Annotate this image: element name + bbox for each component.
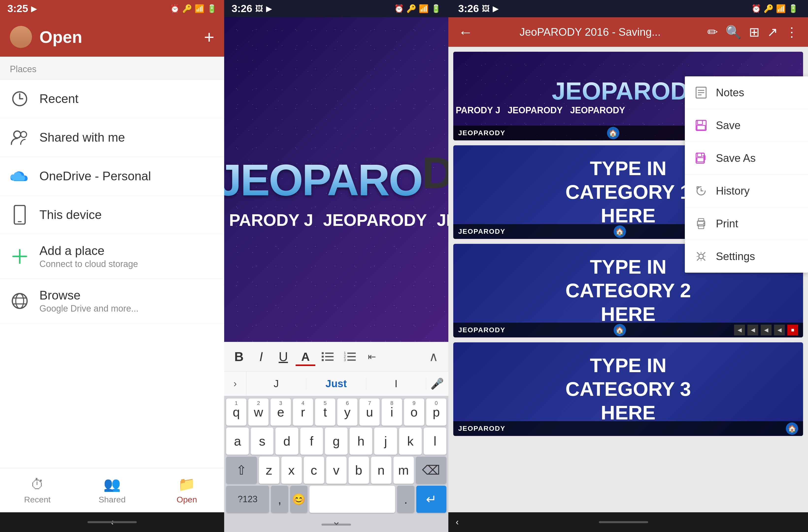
nav-shared-label: Shared bbox=[98, 495, 126, 505]
menu-item-save[interactable]: Save bbox=[685, 109, 808, 142]
nav-item-shared[interactable]: 👥 Shared bbox=[75, 476, 149, 505]
status-left-3: 3:26 🖼 ▶ bbox=[458, 3, 499, 15]
key-o[interactable]: 9o bbox=[404, 399, 424, 426]
key-x[interactable]: x bbox=[281, 457, 302, 484]
key-a[interactable]: a bbox=[226, 427, 249, 455]
key-y[interactable]: 6y bbox=[337, 399, 357, 426]
autocomplete-word-just[interactable]: Just bbox=[306, 378, 366, 390]
key-backspace[interactable]: ⌫ bbox=[416, 457, 447, 484]
key-numbers[interactable]: ?123 bbox=[226, 486, 269, 513]
play-icon: ▶ bbox=[31, 4, 37, 13]
key-i[interactable]: 8i bbox=[382, 399, 402, 426]
status-bar-3: 3:26 🖼 ▶ ⏰ 🔑 📶 🔋 bbox=[448, 0, 808, 17]
keyboard-collapse-icon[interactable]: ⌄ bbox=[332, 515, 341, 527]
menu-item-print[interactable]: Print bbox=[685, 207, 808, 240]
key-n[interactable]: n bbox=[371, 457, 391, 484]
nav-open-label: Open bbox=[177, 495, 197, 505]
autocomplete-word-i[interactable]: I bbox=[366, 378, 426, 390]
ctrl3-3: ◀ bbox=[761, 325, 772, 335]
indent-button[interactable]: ⇤ bbox=[362, 347, 382, 366]
menu-item-history[interactable]: History bbox=[685, 175, 808, 207]
key-w[interactable]: 2w bbox=[248, 399, 269, 426]
key-b[interactable]: b bbox=[349, 457, 369, 484]
key-q[interactable]: 1q bbox=[226, 399, 246, 426]
key-g[interactable]: g bbox=[325, 427, 348, 455]
plus-icon bbox=[11, 248, 28, 265]
share-button[interactable]: ↗ bbox=[767, 25, 778, 39]
key-s[interactable]: s bbox=[251, 427, 273, 455]
user-avatar[interactable] bbox=[10, 26, 32, 48]
sidebar-item-browse[interactable]: Browse Google Drive and more... bbox=[0, 279, 224, 324]
key-p[interactable]: 0p bbox=[426, 399, 446, 426]
slide-content: JEOPARO D PARODY J JEOPARODY JEOPARODY bbox=[224, 17, 448, 342]
more-button[interactable]: ⋮ bbox=[785, 25, 798, 39]
autocomplete-arrow[interactable]: › bbox=[224, 371, 246, 396]
nav-shared-icon: 👥 bbox=[104, 476, 121, 492]
onedrive-icon bbox=[10, 166, 30, 186]
key-f[interactable]: f bbox=[300, 427, 323, 455]
slides-list: JEOPARODY PARODY J JEOPARODY JEOPARODY J… bbox=[448, 47, 808, 512]
bold-button[interactable]: B bbox=[229, 347, 249, 366]
ctrl3-4: ◀ bbox=[774, 325, 785, 335]
nav-item-open[interactable]: 📁 Open bbox=[149, 476, 224, 505]
underline-button[interactable]: U bbox=[273, 347, 293, 366]
svg-rect-13 bbox=[322, 356, 324, 357]
ctrl3-2: ◀ bbox=[748, 325, 758, 335]
add-button[interactable]: + bbox=[204, 27, 214, 47]
device-text: This device bbox=[39, 208, 214, 222]
key-enter[interactable]: ↵ bbox=[416, 486, 446, 513]
slide-4-content: TYPE INCATEGORY 3HERE JEOPARODY 🏠 bbox=[453, 342, 803, 436]
history-label: History bbox=[716, 185, 750, 197]
menu-item-notes[interactable]: Notes bbox=[685, 76, 808, 109]
key-l[interactable]: l bbox=[424, 427, 446, 455]
page-title: Open bbox=[39, 27, 82, 47]
key-t[interactable]: 5t bbox=[315, 399, 335, 426]
keyboard-row-2: a s d f g h j k l bbox=[226, 427, 446, 455]
key-v[interactable]: v bbox=[326, 457, 347, 484]
font-color-button[interactable]: A bbox=[296, 347, 315, 366]
edit-button[interactable]: ✏ bbox=[707, 25, 718, 39]
key-m[interactable]: m bbox=[393, 457, 414, 484]
sidebar-item-onedrive[interactable]: OneDrive - Personal bbox=[0, 157, 224, 196]
key-d[interactable]: d bbox=[275, 427, 298, 455]
footer-logo-1: JEOPARODY bbox=[458, 129, 506, 137]
autocomplete-word-j[interactable]: J bbox=[246, 378, 306, 390]
slide-4-footer: JEOPARODY 🏠 bbox=[453, 421, 803, 436]
header-left: Open bbox=[10, 26, 82, 48]
svg-point-3 bbox=[14, 131, 21, 138]
present-button[interactable]: ⊞ bbox=[749, 25, 760, 39]
slide-thumbnail-4[interactable]: TYPE INCATEGORY 3HERE JEOPARODY 🏠 bbox=[453, 342, 803, 436]
keyboard-row-1: 1q 2w 3e 4r 5t 6y 7u 8i 9o 0p bbox=[226, 399, 446, 426]
key-emoji[interactable]: 😊 bbox=[290, 486, 308, 513]
sidebar-item-shared[interactable]: Shared with me bbox=[0, 118, 224, 157]
settings-label: Settings bbox=[716, 250, 755, 262]
key-shift[interactable]: ⇧ bbox=[226, 457, 257, 484]
expand-format-button[interactable]: ∧ bbox=[424, 347, 443, 366]
key-e[interactable]: 3e bbox=[271, 399, 291, 426]
search-button[interactable]: 🔍 bbox=[726, 25, 741, 40]
browse-sub: Google Drive and more... bbox=[39, 304, 214, 314]
key-h[interactable]: h bbox=[350, 427, 372, 455]
key-k[interactable]: k bbox=[399, 427, 422, 455]
key-j[interactable]: j bbox=[374, 427, 397, 455]
key-u[interactable]: 7u bbox=[360, 399, 380, 426]
key-space[interactable] bbox=[309, 486, 396, 513]
key-z[interactable]: z bbox=[259, 457, 279, 484]
numbered-list-button[interactable]: 1 2 3 bbox=[340, 347, 360, 366]
key-comma[interactable]: , bbox=[271, 486, 288, 513]
italic-button[interactable]: I bbox=[251, 347, 271, 366]
back-button-slides[interactable]: ← bbox=[458, 24, 473, 41]
back-btn-slides[interactable]: ‹ bbox=[456, 517, 459, 527]
key-period[interactable]: . bbox=[397, 486, 414, 513]
menu-item-saveas[interactable]: Save As bbox=[685, 142, 808, 175]
sidebar-item-device[interactable]: This device bbox=[0, 196, 224, 234]
slide-canvas[interactable]: JEOPARO D PARODY J JEOPARODY JEOPARODY bbox=[224, 17, 448, 342]
microphone-button[interactable]: 🎤 bbox=[426, 371, 448, 396]
key-r[interactable]: 4r bbox=[293, 399, 313, 426]
nav-item-recent[interactable]: ⏱ Recent bbox=[0, 476, 75, 505]
key-c[interactable]: c bbox=[304, 457, 324, 484]
bullet-list-button[interactable] bbox=[318, 347, 337, 366]
sidebar-item-recent[interactable]: Recent bbox=[0, 79, 224, 118]
menu-item-settings[interactable]: Settings bbox=[685, 240, 808, 273]
sidebar-item-add[interactable]: Add a place Connect to cloud storage bbox=[0, 234, 224, 279]
